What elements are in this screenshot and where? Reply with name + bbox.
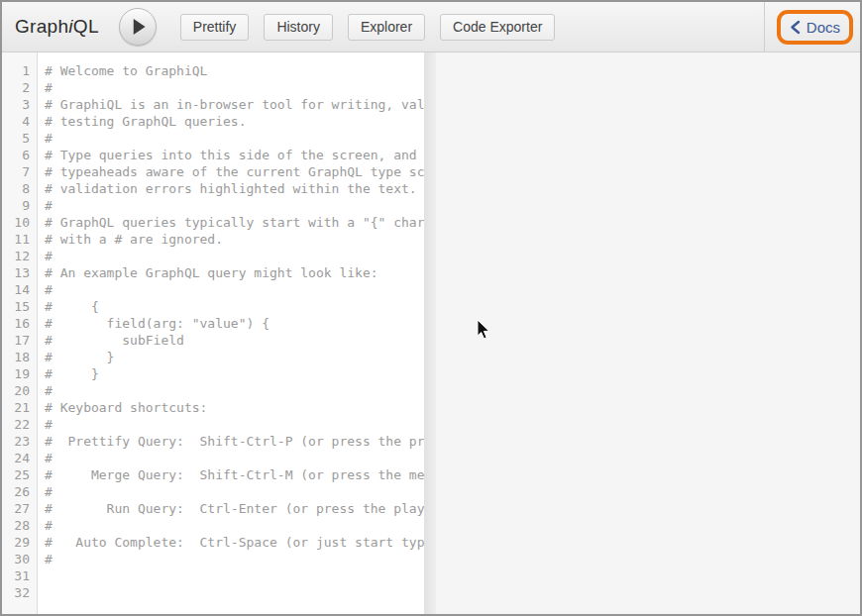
line-number: 7	[2, 163, 38, 180]
editor-line[interactable]: 25# Merge Query: Shift-Ctrl-M (or press …	[2, 466, 424, 483]
line-number: 23	[2, 433, 38, 450]
logo-text-post: QL	[73, 16, 99, 37]
code-text: # Welcome to GraphiQL	[45, 62, 207, 79]
code-text: #	[45, 517, 53, 534]
code-text: #	[45, 197, 53, 214]
editor-line[interactable]: 32	[2, 584, 424, 601]
code-text: # GraphQL queries typically start with a…	[45, 214, 424, 231]
line-number: 28	[2, 517, 38, 534]
code-text: # Merge Query: Shift-Ctrl-M (or press th…	[45, 466, 424, 483]
line-number: 13	[2, 264, 38, 281]
line-number: 3	[2, 96, 38, 113]
docs-button[interactable]: Docs	[785, 16, 845, 39]
line-number: 26	[2, 483, 38, 500]
editor-lines: 1# Welcome to GraphiQL2#3# GraphiQL is a…	[2, 52, 424, 601]
toolbar-buttons: PrettifyHistoryExplorerCode Exporter	[180, 14, 571, 41]
editor-line[interactable]: 6# Type queries into this side of the sc…	[2, 147, 424, 163]
line-number: 9	[2, 197, 38, 214]
code-text: # Auto Complete: Ctrl-Space (or just sta…	[45, 534, 424, 551]
line-number: 4	[2, 113, 38, 130]
editor-line[interactable]: 16# field(arg: "value") {	[2, 315, 424, 332]
logo-text-pre: Graph	[15, 16, 68, 37]
editor-line[interactable]: 5#	[2, 130, 424, 147]
code-text: #	[45, 416, 53, 433]
line-number: 17	[2, 332, 38, 349]
line-number: 11	[2, 231, 38, 248]
editor-line[interactable]: 28#	[2, 517, 424, 534]
code-text: # }	[45, 365, 99, 382]
line-number: 31	[2, 567, 38, 584]
editor-line[interactable]: 18# }	[2, 349, 424, 365]
code-text: # GraphiQL is an in-browser tool for wri…	[45, 96, 424, 113]
code-text: # typeaheads aware of the current GraphQ…	[45, 163, 424, 180]
line-number: 20	[2, 382, 38, 399]
line-number: 14	[2, 281, 38, 298]
editor-line[interactable]: 8# validation errors highlighted within …	[2, 180, 424, 197]
line-number: 18	[2, 349, 38, 365]
graphiql-window: GraphiQL PrettifyHistoryExplorerCode Exp…	[0, 0, 862, 616]
editor-line[interactable]: 13# An example GraphQL query might look …	[2, 264, 424, 281]
editor-line[interactable]: 21# Keyboard shortcuts:	[2, 399, 424, 416]
editor-line[interactable]: 29# Auto Complete: Ctrl-Space (or just s…	[2, 534, 424, 551]
editor-line[interactable]: 1# Welcome to GraphiQL	[2, 62, 424, 79]
query-editor[interactable]: 1# Welcome to GraphiQL2#3# GraphiQL is a…	[2, 52, 424, 614]
annotation-highlight-box: Docs	[777, 10, 853, 45]
code-text: #	[45, 79, 53, 96]
code-text: #	[45, 551, 53, 567]
line-number: 6	[2, 147, 38, 163]
chevron-left-icon	[790, 20, 801, 35]
code-text: # }	[45, 349, 114, 365]
toolbar-button-explorer[interactable]: Explorer	[348, 14, 425, 41]
line-number: 21	[2, 399, 38, 416]
line-number: 2	[2, 79, 38, 96]
line-number: 10	[2, 214, 38, 231]
editor-line[interactable]: 7# typeaheads aware of the current Graph…	[2, 163, 424, 180]
pane-divider[interactable]	[424, 52, 436, 614]
code-text: # An example GraphQL query might look li…	[45, 264, 378, 281]
line-number: 27	[2, 500, 38, 517]
editor-line[interactable]: 26#	[2, 483, 424, 500]
editor-line[interactable]: 31	[2, 567, 424, 584]
editor-line[interactable]: 15# {	[2, 298, 424, 315]
code-text: # with a # are ignored.	[45, 231, 223, 248]
line-number: 30	[2, 551, 38, 567]
code-text: #	[45, 382, 53, 399]
play-icon	[120, 8, 156, 46]
line-number: 8	[2, 180, 38, 197]
editor-line[interactable]: 27# Run Query: Ctrl-Enter (or press the …	[2, 500, 424, 517]
editor-line[interactable]: 23# Prettify Query: Shift-Ctrl-P (or pre…	[2, 433, 424, 450]
editor-line[interactable]: 22#	[2, 416, 424, 433]
main-split: 1# Welcome to GraphiQL2#3# GraphiQL is a…	[2, 52, 860, 614]
code-text: # Keyboard shortcuts:	[45, 399, 207, 416]
toolbar: GraphiQL PrettifyHistoryExplorerCode Exp…	[2, 2, 860, 52]
editor-line[interactable]: 9#	[2, 197, 424, 214]
code-text: # Type queries into this side of the scr…	[45, 147, 424, 163]
editor-line[interactable]: 4# testing GraphQL queries.	[2, 113, 424, 130]
toolbar-button-history[interactable]: History	[264, 14, 333, 41]
toolbar-button-prettify[interactable]: Prettify	[180, 14, 250, 41]
code-text: # Run Query: Ctrl-Enter (or press the pl…	[45, 500, 424, 517]
editor-line[interactable]: 17# subField	[2, 332, 424, 349]
code-text: #	[45, 281, 53, 298]
editor-line[interactable]: 12#	[2, 248, 424, 264]
editor-line[interactable]: 11# with a # are ignored.	[2, 231, 424, 248]
line-number: 5	[2, 130, 38, 147]
line-number: 15	[2, 298, 38, 315]
editor-line[interactable]: 14#	[2, 281, 424, 298]
editor-line[interactable]: 24#	[2, 450, 424, 466]
editor-line[interactable]: 2#	[2, 79, 424, 96]
line-number: 22	[2, 416, 38, 433]
execute-query-button[interactable]	[119, 8, 157, 46]
editor-line[interactable]: 19# }	[2, 365, 424, 382]
editor-line[interactable]: 20#	[2, 382, 424, 399]
code-text: # testing GraphQL queries.	[45, 113, 247, 130]
editor-line[interactable]: 3# GraphiQL is an in-browser tool for wr…	[2, 96, 424, 113]
line-number: 1	[2, 62, 38, 79]
toolbar-button-code-exporter[interactable]: Code Exporter	[440, 14, 555, 41]
code-text: # field(arg: "value") {	[45, 315, 269, 332]
line-number: 24	[2, 450, 38, 466]
editor-line[interactable]: 30#	[2, 551, 424, 567]
editor-line[interactable]: 10# GraphQL queries typically start with…	[2, 214, 424, 231]
docs-button-label: Docs	[807, 19, 840, 36]
code-text: # subField	[45, 332, 184, 349]
